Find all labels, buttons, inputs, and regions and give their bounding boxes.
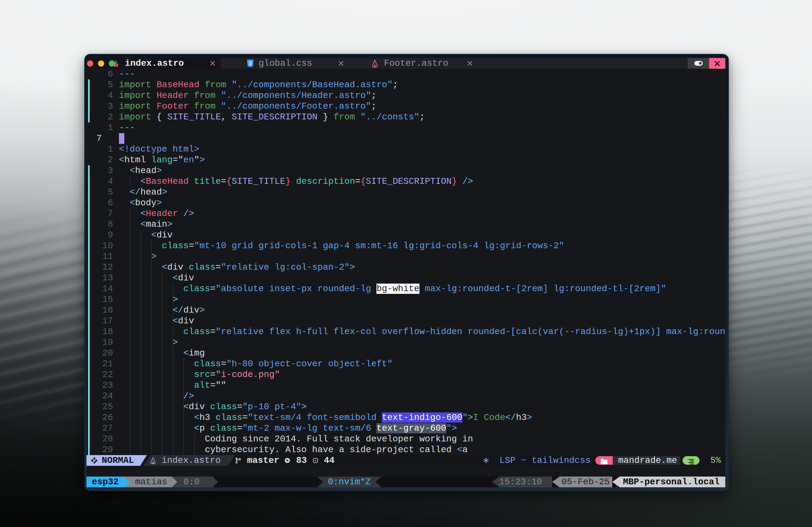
svg-text:3: 3 — [249, 61, 251, 66]
